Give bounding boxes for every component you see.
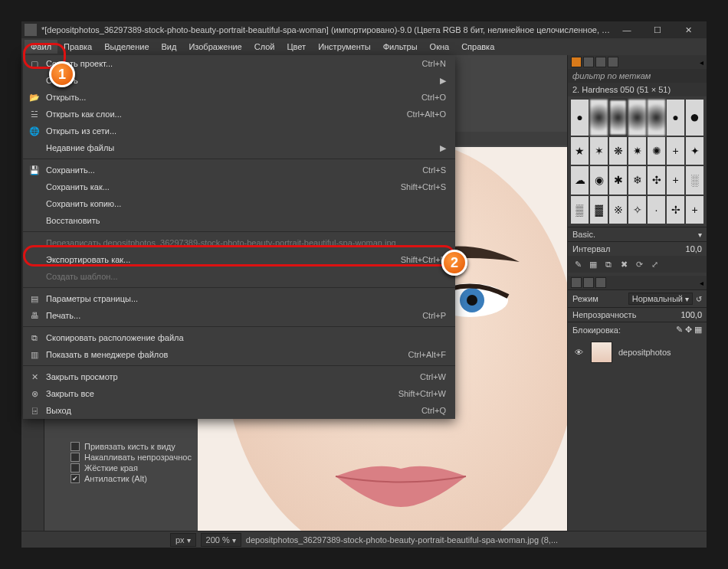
tab-fonts-icon[interactable] — [595, 57, 606, 67]
close-button[interactable]: ✕ — [673, 21, 703, 38]
refresh-brush-icon[interactable]: ⟳ — [634, 259, 644, 270]
tab-history-icon[interactable] — [608, 57, 618, 67]
brush-cell[interactable]: ❋ — [609, 137, 627, 165]
zoom-select[interactable]: 200 % ▾ — [201, 533, 241, 547]
brush-cell[interactable]: + — [667, 137, 684, 165]
brush-cell[interactable]: ✷ — [628, 137, 646, 165]
menu-view[interactable]: Вид — [156, 40, 183, 54]
brush-filter-input[interactable]: фильтр по меткам — [568, 69, 707, 83]
blend-mode-row[interactable]: Режим Нормальный ▾ ↺ — [568, 289, 707, 307]
menu-item-open-location[interactable]: 🌐Открыть из сети... — [23, 123, 455, 139]
menu-item-close-view[interactable]: ✕Закрыть просмотрCtrl+W — [23, 368, 455, 385]
lock-position-icon[interactable]: ✥ — [685, 325, 692, 335]
menu-item-create[interactable]: Создать▶ — [23, 72, 455, 89]
brush-cell[interactable]: ✱ — [609, 166, 627, 195]
delete-brush-icon[interactable]: ✖ — [618, 259, 629, 270]
menu-select[interactable]: Выделение — [98, 40, 155, 54]
brush-cell[interactable]: + — [667, 166, 684, 195]
menu-item-copy-location[interactable]: ⧉Скопировать расположение файла — [23, 329, 455, 346]
brush-cell[interactable]: ✧ — [628, 196, 646, 224]
dup-brush-icon[interactable]: ⧉ — [603, 259, 614, 270]
menu-filters[interactable]: Фильтры — [377, 40, 424, 54]
brush-cell[interactable]: ◉ — [590, 166, 608, 195]
tab-patterns-icon[interactable] — [583, 57, 594, 67]
menu-item-quit[interactable]: ⍈ВыходCtrl+Q — [23, 402, 455, 419]
opt-anti-erase[interactable]: ✔Антиластик (Alt) — [71, 474, 193, 483]
mode-reset-icon[interactable]: ↺ — [696, 295, 702, 303]
brush-spacing-row[interactable]: Интервал10,0 — [568, 241, 707, 256]
tab-layers-icon[interactable] — [571, 277, 582, 288]
brush-cell[interactable]: ✢ — [667, 196, 684, 224]
menu-item-overwrite[interactable]: Перезаписать depositphotos_36297389-stoc… — [23, 234, 455, 251]
brush-cell[interactable]: ▓ — [590, 196, 608, 224]
menu-item-revert[interactable]: Восстановить — [23, 212, 455, 229]
brush-cell[interactable]: + — [686, 196, 703, 224]
status-filename: depositphotos_36297389-stock-photo-beaut… — [246, 535, 558, 544]
opt-snap-brush[interactable]: Привязать кисть к виду — [71, 442, 193, 451]
lock-alpha-icon[interactable]: ▦ — [694, 325, 702, 335]
menu-help[interactable]: Справка — [455, 40, 500, 54]
panel-menu-icon[interactable]: ◂ — [700, 58, 703, 67]
menu-item-open[interactable]: 📂Открыть...Ctrl+O — [23, 89, 455, 106]
brush-preset-row[interactable]: Basic.▾ — [568, 227, 707, 241]
open-brush-icon[interactable]: ⤢ — [649, 259, 660, 270]
brush-cell[interactable] — [590, 100, 608, 136]
menu-edit[interactable]: Правка — [57, 40, 98, 54]
dock-tabs[interactable]: ◂ — [568, 55, 707, 69]
tab-paths-icon[interactable] — [595, 277, 606, 288]
brush-cell[interactable]: · — [648, 196, 665, 224]
menu-item-show-in-fm[interactable]: ▥Показать в менеджере файловCtrl+Alt+F — [23, 346, 455, 363]
layer-name[interactable]: depositphotos — [618, 348, 671, 357]
menu-item-create-template[interactable]: Создать шаблон... — [23, 268, 455, 285]
menu-image[interactable]: Изображение — [182, 40, 248, 54]
brush-cell[interactable]: ★ — [571, 137, 589, 165]
maximize-button[interactable]: ☐ — [642, 21, 673, 38]
brush-cell[interactable]: ✺ — [648, 137, 665, 165]
brush-cell[interactable]: ☁ — [571, 166, 589, 195]
menu-file[interactable]: Файл — [25, 40, 57, 54]
edit-brush-icon[interactable]: ✎ — [572, 259, 583, 270]
new-brush-icon[interactable]: ▦ — [588, 259, 598, 270]
unit-select[interactable]: px ▾ — [170, 533, 196, 547]
menu-item-print[interactable]: 🖶Печать...Ctrl+P — [23, 307, 455, 324]
opt-hard-edge[interactable]: Жёсткие края — [71, 463, 193, 473]
menu-item-close-all[interactable]: ⊗Закрыть всеShift+Ctrl+W — [23, 385, 455, 402]
menu-item-save[interactable]: 💾Сохранить...Ctrl+S — [23, 162, 455, 178]
brush-cell[interactable]: ※ — [609, 196, 627, 224]
lock-row[interactable]: Блокировка: ✎ ✥ ▦ — [568, 322, 707, 337]
brush-cell[interactable]: ░ — [686, 166, 703, 195]
brush-cell[interactable] — [628, 100, 646, 136]
opacity-row[interactable]: Непрозрачность100,0 — [568, 307, 707, 322]
menu-item-recent[interactable]: Недавние файлы▶ — [23, 139, 455, 156]
brush-cell-selected[interactable] — [609, 100, 627, 136]
menu-layer[interactable]: Слой — [248, 40, 281, 54]
layers-dock-tabs[interactable]: ◂ — [568, 276, 707, 289]
brush-cell[interactable]: ● — [571, 100, 589, 136]
brush-cell[interactable]: ● — [667, 100, 684, 136]
menu-item-open-layers[interactable]: ☱Открыть как слои...Ctrl+Alt+O — [23, 106, 455, 123]
menu-item-export-as[interactable]: Экспортировать как...Shift+Ctrl+E — [23, 251, 455, 268]
menu-item-save-as[interactable]: Сохранить как...Shift+Ctrl+S — [23, 178, 455, 195]
brush-grid[interactable]: ● ● ● ★ ✶ ❋ ✷ ✺ + ✦ ☁ ◉ ✱ — [568, 96, 707, 227]
panel-menu-icon[interactable]: ◂ — [700, 279, 703, 287]
menu-tools[interactable]: Инструменты — [312, 40, 377, 54]
menu-item-new[interactable]: ▢Создать проект...Ctrl+N — [23, 55, 455, 72]
brush-cell[interactable]: ✣ — [648, 166, 665, 195]
brush-cell[interactable]: ▒ — [571, 196, 589, 224]
brush-cell[interactable]: ✶ — [590, 137, 608, 165]
minimize-button[interactable]: — — [612, 21, 642, 38]
layer-row[interactable]: 👁 depositphotos — [568, 337, 707, 368]
tab-brushes-icon[interactable] — [571, 57, 582, 67]
menu-color[interactable]: Цвет — [280, 40, 312, 54]
menu-item-save-copy[interactable]: Сохранить копию... — [23, 195, 455, 212]
brush-cell[interactable]: ✦ — [686, 137, 703, 165]
tab-channels-icon[interactable] — [583, 277, 594, 288]
opt-accumulate[interactable]: Накапливать непрозрачнос — [71, 453, 193, 462]
lock-pixels-icon[interactable]: ✎ — [676, 325, 683, 335]
brush-cell[interactable]: ● — [686, 100, 703, 136]
brush-cell[interactable]: ❄ — [628, 166, 646, 195]
menu-windows[interactable]: Окна — [424, 40, 456, 54]
menu-item-page-setup[interactable]: ▤Параметры страницы... — [23, 290, 455, 307]
brush-cell[interactable] — [648, 100, 665, 136]
visibility-icon[interactable]: 👁 — [572, 348, 585, 357]
